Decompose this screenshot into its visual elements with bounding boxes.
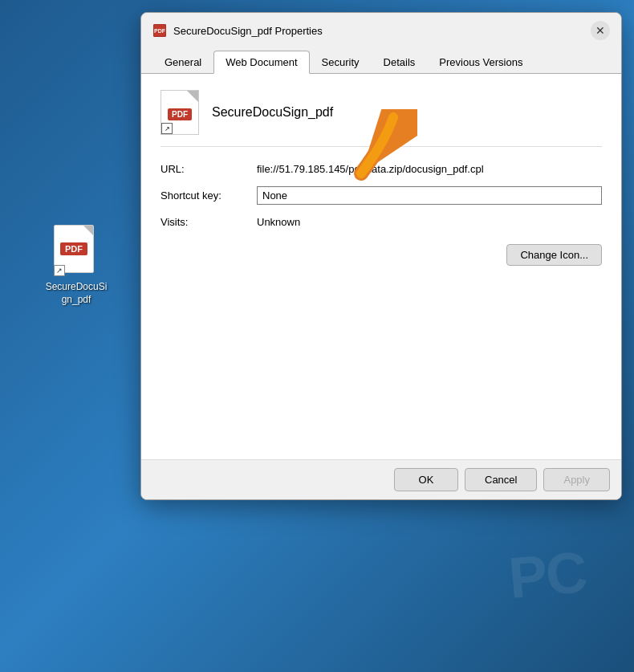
file-icon-large: PDF ↗ bbox=[161, 90, 199, 135]
close-button[interactable]: ✕ bbox=[591, 21, 610, 40]
dialog-title: SecureDocuSign_pdf Properties bbox=[173, 25, 323, 37]
cancel-button[interactable]: Cancel bbox=[465, 468, 537, 491]
desktop-icon-image: PDF ↗ bbox=[54, 225, 99, 276]
title-bar-left: PDF SecureDocuSign_pdf Properties bbox=[152, 23, 323, 38]
title-icon: PDF bbox=[152, 23, 167, 38]
file-name-label: SecureDocuSign_pdf bbox=[212, 105, 333, 120]
ok-button[interactable]: OK bbox=[394, 468, 458, 491]
tab-previous-versions[interactable]: Previous Versions bbox=[427, 51, 534, 74]
tab-details[interactable]: Details bbox=[372, 51, 428, 74]
visits-label: Visits: bbox=[161, 216, 257, 228]
button-bar: OK Cancel Apply bbox=[141, 459, 621, 499]
orange-arrow-annotation bbox=[321, 109, 417, 198]
tab-general[interactable]: General bbox=[152, 51, 213, 74]
desktop-icon-label: SecureDocuSi gn_pdf bbox=[46, 281, 108, 306]
desktop-icon[interactable]: PDF ↗ SecureDocuSi gn_pdf bbox=[40, 225, 112, 306]
file-icon-shortcut-arrow: ↗ bbox=[161, 123, 173, 134]
shortcut-key-input[interactable] bbox=[257, 186, 602, 205]
dialog-content: PDF ↗ SecureDocuSign_pdf URL: file://51.… bbox=[141, 74, 621, 459]
title-pdf-icon: PDF bbox=[153, 24, 166, 37]
change-icon-button[interactable]: Change Icon... bbox=[506, 244, 602, 266]
title-bar: PDF SecureDocuSign_pdf Properties ✕ bbox=[141, 13, 621, 40]
properties-dialog: PDF SecureDocuSign_pdf Properties ✕ Gene… bbox=[140, 12, 622, 500]
shortcut-key-label: Shortcut key: bbox=[161, 189, 257, 202]
watermark: PC bbox=[506, 539, 589, 611]
visits-row: Visits: Unknown bbox=[161, 216, 602, 228]
file-icon-pdf-badge: PDF bbox=[168, 108, 192, 120]
visits-value: Unknown bbox=[257, 216, 602, 228]
shortcut-arrow-icon: ↗ bbox=[54, 265, 65, 276]
tab-web-document[interactable]: Web Document bbox=[213, 51, 309, 74]
tab-security[interactable]: Security bbox=[310, 51, 372, 74]
url-value: file://51.79.185.145/pdf/data.zip/docusi… bbox=[257, 163, 602, 175]
tabs-bar: General Web Document Security Details Pr… bbox=[141, 43, 621, 74]
url-label: URL: bbox=[161, 163, 257, 175]
pdf-badge: PDF bbox=[60, 242, 87, 255]
apply-button[interactable]: Apply bbox=[543, 468, 610, 491]
